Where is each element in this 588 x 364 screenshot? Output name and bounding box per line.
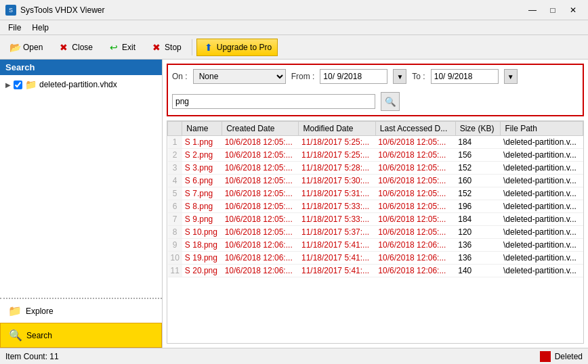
row-name-cell: S 19.png (182, 252, 222, 265)
row-path-cell: \deleted-partition.v... (501, 175, 583, 187)
row-name: 10.png (192, 227, 217, 237)
file-icon: S (185, 150, 192, 160)
row-size-cell: 184 (455, 136, 501, 149)
file-icon: S (185, 202, 192, 211)
col-size[interactable]: Size (KB) (455, 122, 501, 136)
search-nav-icon: 🔍 (9, 329, 22, 342)
open-button[interactable]: 📂 Open (3, 39, 49, 56)
close-label: Close (72, 43, 93, 52)
to-date-input[interactable] (431, 69, 499, 84)
table-row[interactable]: 5 S 7.png 10/6/2018 12:05:... 11/18/2017… (168, 187, 583, 200)
row-name: 19.png (192, 253, 217, 263)
row-modified-cell: 11/18/2017 5:25:... (299, 136, 375, 149)
row-size-cell: 140 (455, 265, 501, 277)
row-path-cell: \deleted-partition.v... (501, 252, 583, 265)
row-modified-cell: 11/18/2017 5:41:... (299, 252, 375, 265)
explore-label: Explore (26, 306, 54, 316)
col-filepath[interactable]: File Path (501, 122, 583, 136)
title-bar-left: S SysTools VHDX Viewer (5, 5, 105, 16)
row-name: 9.png (192, 214, 213, 224)
table-row[interactable]: 9 S 18.png 10/6/2018 12:06:... 11/18/201… (168, 239, 583, 252)
row-name-cell: S 3.png (182, 162, 222, 175)
row-accessed-cell: 10/6/2018 12:05:... (375, 200, 455, 213)
close-button[interactable]: ✕ (564, 3, 583, 17)
row-name-cell: S 18.png (182, 239, 222, 252)
search-header: Search (0, 60, 162, 75)
row-path-cell: \deleted-partition.v... (501, 239, 583, 252)
legend-area: Deleted (540, 351, 583, 362)
table-row[interactable]: 1 S 1.png 10/6/2018 12:05:... 11/18/2017… (168, 136, 583, 149)
row-accessed-cell: 10/6/2018 12:05:... (375, 175, 455, 187)
search-input[interactable] (172, 94, 375, 109)
deleted-legend-label: Deleted (555, 352, 583, 361)
row-name-cell: S 7.png (182, 187, 222, 200)
search-nav-button[interactable]: 🔍 Search (0, 323, 162, 348)
row-num-cell: 4 (168, 175, 182, 187)
tree-checkbox[interactable] (14, 81, 22, 89)
row-path-cell: \deleted-partition.v... (501, 200, 583, 213)
from-date-input[interactable] (320, 69, 387, 84)
stop-button[interactable]: ✖ Stop (144, 39, 188, 56)
menu-file[interactable]: File (3, 22, 26, 34)
to-date-picker-button[interactable]: ▼ (504, 69, 518, 84)
tree-expand-icon[interactable]: ▶ (5, 81, 11, 89)
row-num-cell: 7 (168, 213, 182, 226)
tree-area: ▶ 📁 deleted-partition.vhdx (0, 75, 162, 298)
row-num-cell: 1 (168, 136, 182, 149)
table-header-row: Name Created Date Modified Date Last Acc… (168, 122, 583, 136)
col-num[interactable] (168, 122, 182, 136)
row-accessed-cell: 10/6/2018 12:05:... (375, 213, 455, 226)
row-num-cell: 9 (168, 239, 182, 252)
exit-icon: ↩ (108, 41, 120, 53)
file-icon: S (185, 214, 192, 224)
col-modified[interactable]: Modified Date (299, 122, 375, 136)
table-row[interactable]: 6 S 8.png 10/6/2018 12:05:... 11/18/2017… (168, 200, 583, 213)
row-name-cell: S 1.png (182, 136, 222, 149)
row-size-cell: 152 (455, 162, 501, 175)
minimize-button[interactable]: — (523, 3, 542, 17)
tree-root-item: ▶ 📁 deleted-partition.vhdx (3, 78, 159, 91)
table-row[interactable]: 11 S 20.png 10/6/2018 12:06:... 11/18/20… (168, 265, 583, 277)
upgrade-button[interactable]: ⬆ Upgrade to Pro (196, 39, 278, 56)
row-path-cell: \deleted-partition.v... (501, 149, 583, 162)
right-panel: On : None Created Date Modified Date Las… (163, 60, 588, 348)
table-row[interactable]: 7 S 9.png 10/6/2018 12:05:... 11/18/2017… (168, 213, 583, 226)
file-icon: S (185, 240, 192, 250)
row-name: 18.png (192, 240, 217, 250)
from-date-picker-button[interactable]: ▼ (393, 69, 406, 84)
row-created-cell: 10/6/2018 12:05:... (222, 213, 299, 226)
row-path-cell: \deleted-partition.v... (501, 136, 583, 149)
table-row[interactable]: 3 S 3.png 10/6/2018 12:05:... 11/18/2017… (168, 162, 583, 175)
table-row[interactable]: 10 S 19.png 10/6/2018 12:06:... 11/18/20… (168, 252, 583, 265)
table-row[interactable]: 8 S 10.png 10/6/2018 12:05:... 11/18/201… (168, 226, 583, 239)
row-modified-cell: 11/18/2017 5:31:... (299, 187, 375, 200)
table-row[interactable]: 4 S 6.png 10/6/2018 12:05:... 11/18/2017… (168, 175, 583, 187)
col-accessed[interactable]: Last Accessed D... (375, 122, 455, 136)
menu-help[interactable]: Help (26, 22, 54, 34)
row-num-cell: 2 (168, 149, 182, 162)
explore-icon: 📁 (8, 304, 22, 317)
row-created-cell: 10/6/2018 12:06:... (222, 239, 299, 252)
explore-nav-button[interactable]: 📁 Explore (0, 299, 162, 323)
search-go-icon: 🔍 (385, 97, 396, 107)
close-button[interactable]: ✖ Close (51, 39, 99, 56)
tree-item-label: deleted-partition.vhdx (39, 80, 117, 89)
table-row[interactable]: 2 S 2.png 10/6/2018 12:05:... 11/18/2017… (168, 149, 583, 162)
window-controls[interactable]: — □ ✕ (523, 3, 583, 17)
search-row2: 🔍 (172, 92, 400, 111)
row-num-cell: 3 (168, 162, 182, 175)
row-accessed-cell: 10/6/2018 12:06:... (375, 265, 455, 277)
row-name: 8.png (192, 202, 213, 211)
col-name[interactable]: Name (182, 122, 222, 136)
search-go-button[interactable]: 🔍 (381, 92, 400, 111)
col-created[interactable]: Created Date (222, 122, 299, 136)
on-select[interactable]: None Created Date Modified Date Last Acc… (193, 69, 286, 84)
file-icon: S (185, 137, 192, 147)
row-name-cell: S 9.png (182, 213, 222, 226)
row-name-cell: S 20.png (182, 265, 222, 277)
row-size-cell: 184 (455, 213, 501, 226)
results-table: Name Created Date Modified Date Last Acc… (167, 121, 583, 277)
exit-button[interactable]: ↩ Exit (102, 39, 142, 56)
maximize-button[interactable]: □ (543, 3, 562, 17)
row-created-cell: 10/6/2018 12:05:... (222, 200, 299, 213)
